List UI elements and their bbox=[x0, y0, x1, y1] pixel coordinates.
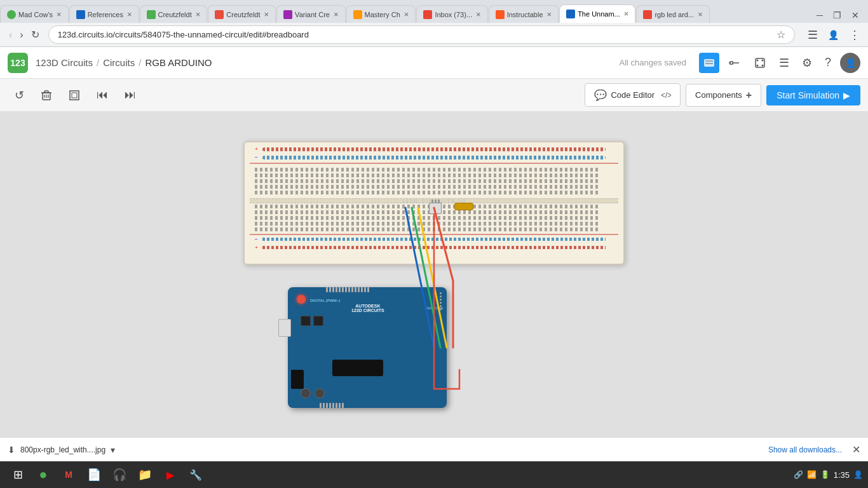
breadcrumb-home[interactable]: 123D Circuits bbox=[36, 57, 93, 68]
breadboard[interactable]: + − bbox=[243, 141, 625, 265]
breadcrumb: 123D Circuits / Circuits / RGB ARDUINO bbox=[36, 57, 212, 68]
tab2-close[interactable]: × bbox=[123, 10, 132, 19]
reload-button[interactable]: ↻ bbox=[27, 26, 43, 43]
code-editor-button[interactable]: 💬 Code Editor </> bbox=[585, 83, 681, 107]
menu-button[interactable]: ⋮ bbox=[846, 25, 863, 44]
show-all-downloads-link[interactable]: Show all downloads... bbox=[768, 445, 842, 454]
download-chevron-icon[interactable]: ▾ bbox=[111, 445, 115, 455]
address-bar[interactable]: 123d.circuits.io/circuits/584075-the-unn… bbox=[48, 25, 795, 44]
gmail-taskbar-button[interactable]: M bbox=[57, 463, 80, 486]
tab-bar: Mad Cow's × References × Creutzfeldt × C… bbox=[0, 0, 868, 23]
network-icon: 🔗 bbox=[794, 470, 803, 479]
battery-icon: 🔋 bbox=[820, 470, 830, 479]
tab10-close[interactable]: × bbox=[694, 10, 703, 19]
start-sim-label: Start Simulation bbox=[776, 90, 839, 100]
tab-mastery[interactable]: Mastery Ch × bbox=[346, 5, 416, 23]
toolbar: ↺ ⏮ ⏭ 💬 Code Editor </> Components + Sta… bbox=[0, 79, 868, 112]
toolbar-right: 💬 Code Editor </> Components + Start Sim… bbox=[585, 83, 860, 107]
tab-variant[interactable]: Variant Cre × bbox=[276, 5, 345, 23]
components-button[interactable]: Components + bbox=[686, 84, 761, 107]
circuit-container: + − bbox=[212, 141, 656, 408]
rgb-led-component[interactable] bbox=[429, 203, 442, 214]
tab4-close[interactable]: × bbox=[261, 10, 269, 19]
app-header: 123 123D Circuits / Circuits / RGB ARDUI… bbox=[0, 47, 868, 79]
tab2-favicon bbox=[76, 10, 85, 19]
resistors-component[interactable] bbox=[454, 203, 473, 210]
svg-text:</>: </> bbox=[661, 91, 671, 100]
tab7-close[interactable]: × bbox=[472, 10, 481, 19]
tab-creutzfeldt2[interactable]: Creutzfeldt × bbox=[208, 5, 276, 23]
delete-button[interactable] bbox=[34, 85, 59, 105]
tab4-favicon bbox=[215, 10, 224, 19]
docs-taskbar-button[interactable]: 📄 bbox=[83, 463, 105, 486]
main-canvas: + − bbox=[0, 112, 868, 437]
tools-taskbar-button[interactable]: 🔧 bbox=[184, 463, 207, 486]
start-simulation-button[interactable]: Start Simulation ▶ bbox=[766, 85, 860, 105]
svg-rect-13 bbox=[44, 91, 48, 93]
headphones-taskbar-button[interactable]: 🎧 bbox=[108, 463, 131, 486]
svg-rect-18 bbox=[72, 93, 77, 98]
tab-unnamed-circuit[interactable]: The Unnam... × bbox=[559, 4, 635, 23]
bookmark-star[interactable]: ☆ bbox=[776, 29, 785, 41]
user-avatar[interactable]: 👤 bbox=[840, 53, 860, 73]
tab-mad-cows[interactable]: Mad Cow's × bbox=[0, 5, 69, 23]
browser-right-icons: ☰ 👤 ⋮ bbox=[805, 25, 863, 44]
prev-button[interactable]: ⏮ bbox=[90, 84, 115, 106]
download-bar-close[interactable]: ✕ bbox=[852, 444, 860, 456]
files-taskbar-button[interactable]: 📁 bbox=[133, 463, 156, 486]
tab6-close[interactable]: × bbox=[400, 10, 409, 19]
breadboard-view-button[interactable] bbox=[699, 53, 719, 73]
pcb-view-button[interactable] bbox=[750, 53, 770, 73]
code-brackets-icon: </> bbox=[661, 90, 671, 100]
back-button[interactable]: ‹ bbox=[5, 27, 16, 43]
auto-save-status: All changes saved bbox=[619, 58, 686, 67]
extensions-button[interactable]: ☰ bbox=[805, 25, 820, 44]
youtube-taskbar-button[interactable]: ▶ bbox=[159, 463, 182, 486]
tab6-favicon bbox=[353, 10, 362, 19]
chrome-taskbar-button[interactable]: ● bbox=[32, 463, 55, 486]
undo-button[interactable]: ↺ bbox=[8, 84, 31, 107]
svg-point-9 bbox=[756, 64, 758, 66]
svg-point-7 bbox=[756, 59, 758, 61]
user-icon: 👤 bbox=[853, 470, 863, 479]
tab3-close[interactable]: × bbox=[192, 10, 201, 19]
svg-rect-17 bbox=[70, 91, 79, 100]
minimize-button[interactable]: ─ bbox=[813, 8, 827, 23]
next-button[interactable]: ⏭ bbox=[118, 84, 143, 106]
download-bar: ⬇ 800px-rgb_led_with....jpg ▾ Show all d… bbox=[0, 437, 868, 461]
tab9-favicon bbox=[566, 10, 575, 18]
tab-gmail[interactable]: Inbox (73)... × bbox=[416, 5, 487, 23]
restore-button[interactable]: ❐ bbox=[829, 8, 845, 23]
profile-button[interactable]: 👤 bbox=[825, 27, 841, 43]
svg-point-10 bbox=[761, 64, 763, 66]
schematic-view-button[interactable] bbox=[724, 53, 745, 73]
start-button[interactable]: ⊞ bbox=[6, 463, 29, 486]
help-button[interactable]: ? bbox=[821, 52, 835, 73]
tab-rgb-led[interactable]: rgb led ard... × bbox=[636, 5, 709, 23]
tab5-close[interactable]: × bbox=[330, 10, 339, 19]
svg-point-8 bbox=[761, 59, 763, 61]
clock-display: 1:35 bbox=[834, 470, 850, 480]
close-button[interactable]: ✕ bbox=[848, 8, 863, 23]
frame-button[interactable] bbox=[62, 85, 87, 105]
tab-references[interactable]: References × bbox=[69, 5, 139, 23]
tab3-favicon bbox=[147, 10, 156, 19]
frame-icon bbox=[69, 90, 80, 101]
components-label: Components bbox=[695, 90, 742, 100]
components-list-button[interactable]: ☰ bbox=[775, 52, 793, 74]
tab-creutzfeldt1[interactable]: Creutzfeldt × bbox=[140, 5, 208, 23]
breadcrumb-circuits[interactable]: Circuits bbox=[103, 57, 135, 68]
tab8-favicon bbox=[496, 10, 505, 19]
pcb-icon bbox=[754, 57, 766, 69]
tab-instructable[interactable]: Instructable × bbox=[489, 5, 559, 23]
tab1-close[interactable]: × bbox=[53, 10, 62, 19]
tab8-close[interactable]: × bbox=[543, 10, 552, 19]
svg-rect-2 bbox=[705, 63, 713, 64]
forward-button[interactable]: › bbox=[16, 27, 27, 43]
arduino-board[interactable]: DIGITAL (PWM~) AUTODESK123D CIRCUITS bbox=[288, 287, 447, 408]
tab9-close[interactable]: × bbox=[620, 9, 629, 18]
settings-button[interactable]: ⚙ bbox=[798, 52, 816, 74]
downloaded-filename: 800px-rgb_led_with....jpg bbox=[20, 445, 105, 454]
schematic-icon bbox=[728, 57, 741, 69]
header-right: All changes saved ☰ ⚙ ? 👤 bbox=[619, 52, 860, 74]
